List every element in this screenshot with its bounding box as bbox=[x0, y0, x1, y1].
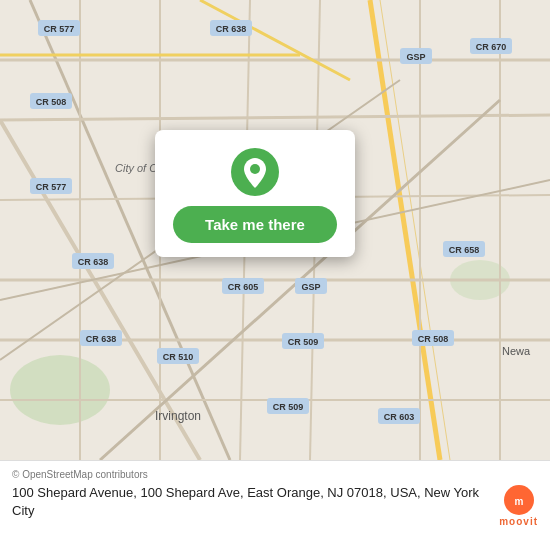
svg-text:CR 577: CR 577 bbox=[36, 182, 67, 192]
svg-text:CR 509: CR 509 bbox=[273, 402, 304, 412]
popup-card: Take me there bbox=[155, 130, 355, 257]
svg-text:Newa: Newa bbox=[502, 345, 531, 357]
svg-point-1 bbox=[10, 355, 110, 425]
svg-text:CR 670: CR 670 bbox=[476, 42, 507, 52]
svg-point-60 bbox=[250, 164, 260, 174]
take-me-there-button[interactable]: Take me there bbox=[173, 206, 337, 243]
svg-text:Irvington: Irvington bbox=[155, 409, 201, 423]
svg-text:CR 658: CR 658 bbox=[449, 245, 480, 255]
svg-text:CR 605: CR 605 bbox=[228, 282, 259, 292]
bottom-bar: © OpenStreetMap contributors 100 Shepard… bbox=[0, 460, 550, 550]
svg-text:GSP: GSP bbox=[406, 52, 425, 62]
svg-text:CR 638: CR 638 bbox=[78, 257, 109, 267]
attribution: © OpenStreetMap contributors bbox=[12, 469, 538, 480]
svg-text:CR 508: CR 508 bbox=[418, 334, 449, 344]
svg-text:CR 638: CR 638 bbox=[216, 24, 247, 34]
moovit-logo: m moovit bbox=[499, 484, 538, 527]
svg-text:CR 509: CR 509 bbox=[288, 337, 319, 347]
address-text: 100 Shepard Avenue, 100 Shepard Ave, Eas… bbox=[12, 484, 489, 520]
address-row: 100 Shepard Avenue, 100 Shepard Ave, Eas… bbox=[12, 484, 538, 527]
svg-text:GSP: GSP bbox=[301, 282, 320, 292]
svg-text:CR 510: CR 510 bbox=[163, 352, 194, 362]
attribution-text: © OpenStreetMap contributors bbox=[12, 469, 148, 480]
location-pin-icon bbox=[231, 148, 279, 196]
svg-text:m: m bbox=[514, 496, 523, 507]
moovit-label: moovit bbox=[499, 516, 538, 527]
svg-text:CR 603: CR 603 bbox=[384, 412, 415, 422]
svg-text:CR 638: CR 638 bbox=[86, 334, 117, 344]
svg-text:CR 508: CR 508 bbox=[36, 97, 67, 107]
map-container: CR 577 CR 638 CR 670 CR 508 CR 577 CR 63… bbox=[0, 0, 550, 460]
moovit-icon: m bbox=[503, 484, 535, 516]
svg-text:CR 577: CR 577 bbox=[44, 24, 75, 34]
